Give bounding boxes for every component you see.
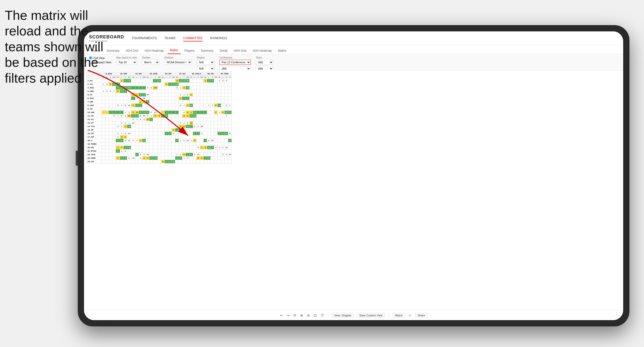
zoom-in-icon[interactable]: ⊕ bbox=[300, 313, 303, 317]
sub-d1: Dif bbox=[112, 76, 116, 79]
matrix-cell: 0 bbox=[131, 111, 135, 114]
matrix-cell bbox=[112, 118, 116, 121]
matrix-cell bbox=[172, 79, 175, 83]
sub-nav-summary2[interactable]: Summary bbox=[198, 47, 216, 54]
matrix-cell bbox=[186, 132, 189, 135]
matrix-cell bbox=[149, 121, 153, 125]
sub-nav-matrix2[interactable]: Matrix bbox=[276, 47, 289, 54]
sub-nav-h2h-heatmap[interactable]: H2H Heatmap bbox=[142, 47, 166, 54]
redo-icon[interactable]: ↪ bbox=[287, 313, 290, 317]
fit-icon[interactable]: ⊡ bbox=[314, 313, 317, 317]
clock-icon[interactable]: ⏱ bbox=[320, 313, 324, 317]
matrix-cell: 0 bbox=[123, 149, 127, 153]
table-row: 10. UW130W13303204173210W5 bbox=[87, 111, 232, 114]
share-icon[interactable]: ⊹ bbox=[409, 313, 412, 317]
matrix-cell bbox=[131, 107, 135, 111]
matrix-cell bbox=[218, 118, 221, 121]
matrix-cell bbox=[196, 142, 200, 146]
matrix-cell: 0 bbox=[182, 125, 186, 128]
matrix-cell: W bbox=[225, 111, 228, 114]
sub-w7: W bbox=[189, 76, 193, 79]
sub-nav-h2h-heatmap2[interactable]: H2H Heatmap bbox=[250, 47, 274, 54]
conference-select2[interactable]: (All) bbox=[219, 66, 251, 71]
matrix-cell bbox=[182, 160, 186, 163]
matrix-cell bbox=[200, 114, 203, 118]
matrix-cell: 0 bbox=[211, 79, 214, 83]
matrix-cell bbox=[146, 79, 149, 83]
matrix-cell bbox=[228, 121, 232, 125]
matrix-cell: 1 bbox=[218, 132, 221, 135]
row-label: 20. UG bbox=[87, 146, 102, 149]
nav-rankings[interactable]: RANKINGS bbox=[210, 35, 227, 41]
matrix-cell bbox=[168, 156, 172, 160]
matrix-cell bbox=[165, 142, 168, 146]
matrix-cell bbox=[221, 100, 225, 104]
region-select[interactable]: N/A bbox=[197, 60, 214, 65]
matrix-cell bbox=[109, 118, 112, 121]
matrix-cell bbox=[112, 153, 116, 156]
table-row: 20. UG110-3401023101015 bbox=[87, 146, 232, 149]
matrix-cell: 3 bbox=[221, 153, 225, 156]
division-select[interactable]: NCAA Division I bbox=[165, 60, 192, 65]
team-select[interactable]: (All) bbox=[256, 60, 273, 65]
sub-l8: L bbox=[207, 76, 211, 79]
matrix-cell bbox=[149, 142, 153, 146]
matrix-cell bbox=[131, 90, 135, 93]
sub-nav-players[interactable]: Players bbox=[182, 47, 197, 54]
matrix-cell bbox=[214, 83, 218, 86]
matrix-cell bbox=[225, 107, 228, 111]
sub-l4: L bbox=[149, 76, 153, 79]
save-custom-btn[interactable]: Save Custom View bbox=[357, 313, 385, 318]
matrix-cell bbox=[157, 156, 161, 160]
matrix-cell bbox=[123, 153, 127, 156]
matrix-cell: 1 bbox=[204, 139, 207, 142]
team-select2[interactable]: (All) bbox=[256, 66, 273, 71]
matrix-cell bbox=[102, 146, 105, 149]
nav-teams[interactable]: TEAMS bbox=[164, 35, 176, 41]
matrix-cell bbox=[214, 156, 218, 160]
undo-icon[interactable]: ↩ bbox=[280, 313, 283, 317]
matrix-cell bbox=[207, 83, 211, 86]
matrix-cell bbox=[112, 97, 116, 100]
matrix-cell bbox=[207, 90, 211, 93]
sub-nav-matrix[interactable]: Matrix bbox=[168, 47, 181, 54]
matrix-cell bbox=[120, 93, 123, 97]
matrix-cell bbox=[214, 100, 218, 104]
matrix-cell bbox=[139, 142, 142, 146]
gender-select[interactable]: Men's bbox=[142, 60, 159, 65]
sub-nav-detail[interactable]: Detail bbox=[217, 47, 230, 54]
tablet-side-button bbox=[76, 151, 78, 166]
matrix-cell bbox=[179, 83, 182, 86]
matrix-cell bbox=[221, 93, 225, 97]
matrix-area[interactable]: 3. ASU 10. UW 11. UA 22. UCB 24. UO 27. … bbox=[84, 71, 623, 310]
share-btn[interactable]: Share bbox=[415, 313, 427, 318]
matrix-cell bbox=[182, 149, 186, 153]
table-row: 13. UT2212222012 bbox=[87, 121, 232, 125]
matrix-cell bbox=[168, 86, 172, 90]
matrix-cell: 4 bbox=[186, 111, 189, 114]
max-teams-select[interactable]: Top 25 bbox=[116, 60, 137, 65]
matrix-cell bbox=[149, 107, 153, 111]
sub-nav-h2h-grid2[interactable]: H2H Grid bbox=[231, 47, 249, 54]
refresh-icon[interactable]: ⟳ bbox=[293, 313, 296, 317]
table-row: 6. FSU14035010 bbox=[87, 97, 232, 100]
matrix-cell bbox=[182, 146, 186, 149]
row-label: 3. ASU bbox=[87, 86, 102, 90]
row-label: 4. UNC bbox=[87, 90, 102, 93]
sub-nav-h2h-grid[interactable]: H2H Grid bbox=[123, 47, 141, 54]
matrix-cell bbox=[193, 135, 196, 139]
conference-select[interactable]: Pac-12 Conference bbox=[219, 60, 251, 65]
matrix-cell bbox=[175, 107, 179, 111]
region-select2[interactable]: N/A bbox=[197, 66, 214, 71]
matrix-cell bbox=[112, 111, 116, 114]
zoom-out-icon[interactable]: ⊖ bbox=[307, 313, 310, 317]
matrix-cell bbox=[102, 118, 105, 121]
nav-tournaments[interactable]: TOURNAMENTS bbox=[132, 35, 157, 41]
matrix-cell: 3 bbox=[182, 114, 186, 118]
nav-committee[interactable]: COMMITTEE bbox=[183, 35, 203, 41]
sub-d8: Dif bbox=[214, 76, 218, 79]
matrix-cell: 0 bbox=[127, 90, 131, 93]
watch-btn[interactable]: Watch bbox=[393, 313, 405, 318]
view-original-btn[interactable]: View: Original bbox=[332, 313, 353, 318]
col-header-osu: 57. OSU bbox=[218, 72, 232, 76]
